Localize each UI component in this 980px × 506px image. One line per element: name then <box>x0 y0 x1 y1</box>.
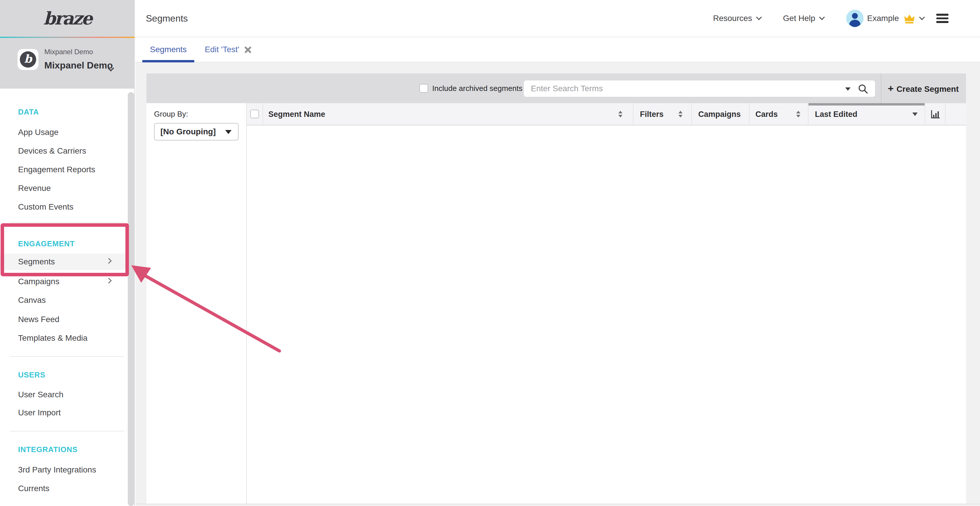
sidebar-item-campaigns[interactable]: Campaigns <box>0 272 127 291</box>
avatar <box>846 10 864 27</box>
column-cards[interactable]: Cards <box>756 103 778 125</box>
create-segment-button[interactable]: +Create Segment <box>888 73 959 103</box>
tab-edit-test[interactable]: Edit 'Test' <box>197 37 259 62</box>
column-campaigns[interactable]: Campaigns <box>698 103 741 125</box>
chevron-right-icon <box>106 278 112 284</box>
sidebar-item-app-usage[interactable]: App Usage <box>0 123 127 142</box>
get-help-label: Get Help <box>783 14 816 23</box>
group-by-label: Group By: <box>154 109 188 119</box>
chevron-down-icon <box>756 14 762 20</box>
sort-icon-filters[interactable] <box>678 111 682 117</box>
workspace-name: Mixpanel Demo <box>45 60 113 71</box>
column-filters[interactable]: Filters <box>640 103 663 125</box>
sidebar-item-user-import[interactable]: User Import <box>0 403 127 422</box>
select-all-checkbox[interactable] <box>250 109 259 118</box>
chevron-right-icon <box>106 258 112 264</box>
group-by-select[interactable]: [No Grouping] <box>154 123 239 141</box>
sidebar-item-devices-carriers[interactable]: Devices & Carriers <box>0 142 127 160</box>
tab-label: Segments <box>150 38 187 61</box>
user-name: Example <box>867 14 899 23</box>
search-field-wrap <box>524 81 875 97</box>
create-segment-label: Create Segment <box>897 84 959 94</box>
workspace-selector[interactable]: b Mixpanel Demo Mixpanel Demo <box>0 38 135 89</box>
chevron-down-icon <box>819 14 825 20</box>
close-icon[interactable] <box>244 46 251 53</box>
resources-label: Resources <box>713 14 752 23</box>
plus-icon: + <box>888 83 894 94</box>
braze-logo: braze <box>43 8 92 29</box>
caret-down-icon <box>225 130 232 134</box>
hamburger-menu-icon[interactable] <box>936 14 948 23</box>
workspace-app-icon: b <box>18 49 38 70</box>
segments-table-body <box>247 126 966 504</box>
app-icon-letter: b <box>24 53 32 64</box>
toolbar-divider <box>881 73 881 103</box>
resources-menu[interactable]: Resources <box>713 14 761 23</box>
sidebar-item-revenue[interactable]: Revenue <box>0 179 127 198</box>
segments-table-header: Segment Name Filters Campaigns Cards Las… <box>247 103 966 125</box>
include-archived-label: Include archived segments <box>432 73 522 103</box>
sidebar-item-3rd-party-integrations[interactable]: 3rd Party Integrations <box>0 460 127 479</box>
panel-bottom-border <box>135 504 980 504</box>
sidebar-divider <box>10 431 124 431</box>
segments-toolbar: Include archived segments +Create Segmen… <box>146 73 966 103</box>
sort-desc-icon[interactable] <box>912 113 918 116</box>
sidebar: braze b Mixpanel Demo Mixpanel Demo DATA… <box>0 0 135 506</box>
chevron-down-icon <box>919 14 925 20</box>
braze-dashboard: braze b Mixpanel Demo Mixpanel Demo DATA… <box>0 0 980 506</box>
sidebar-scrollbar[interactable] <box>128 92 134 506</box>
logo-block: braze <box>0 0 135 37</box>
tab-bar: Segments Edit 'Test' <box>135 37 980 62</box>
page-title: Segments <box>146 0 188 37</box>
column-segment-name[interactable]: Segment Name <box>268 103 325 125</box>
sidebar-divider <box>10 356 124 357</box>
group-by-panel: Group By: [No Grouping] <box>146 103 247 504</box>
sidebar-item-label: Segments <box>18 257 55 266</box>
get-help-menu[interactable]: Get Help <box>783 14 824 23</box>
sidebar-section-users: USERS <box>18 369 46 381</box>
sidebar-section-data: DATA <box>18 106 39 118</box>
content-area: Include archived segments +Create Segmen… <box>135 62 980 506</box>
sidebar-item-canvas[interactable]: Canvas <box>0 291 127 309</box>
sidebar-item-news-feed[interactable]: News Feed <box>0 310 127 329</box>
search-dropdown-caret-icon[interactable] <box>845 87 851 90</box>
column-last-edited[interactable]: Last Edited <box>815 103 858 125</box>
sidebar-section-integrations: INTEGRATIONS <box>18 444 78 455</box>
sidebar-item-engagement-reports[interactable]: Engagement Reports <box>0 160 127 179</box>
sidebar-item-custom-events[interactable]: Custom Events <box>0 198 127 216</box>
header-nav: Resources Get Help Example <box>713 0 948 37</box>
app-header: Segments Resources Get Help <box>135 0 980 37</box>
sidebar-item-templates-media[interactable]: Templates & Media <box>0 329 127 347</box>
search-input[interactable] <box>524 81 875 97</box>
crown-icon <box>904 14 915 24</box>
sidebar-item-currents[interactable]: Currents <box>0 479 127 498</box>
sidebar-item-segments[interactable]: Segments <box>0 254 127 270</box>
workspace-label: Mixpanel Demo <box>45 48 93 56</box>
sidebar-item-user-search[interactable]: User Search <box>0 385 127 404</box>
tab-label: Edit 'Test' <box>205 38 239 61</box>
group-by-value: [No Grouping] <box>161 127 216 136</box>
analytics-chart-icon[interactable] <box>931 109 940 121</box>
sort-icon-segment-name[interactable] <box>618 111 622 117</box>
include-archived-checkbox[interactable] <box>419 84 428 93</box>
search-icon[interactable] <box>858 84 868 96</box>
sort-icon-cards[interactable] <box>796 111 800 117</box>
tab-segments[interactable]: Segments <box>142 37 194 62</box>
sidebar-divider <box>10 222 124 223</box>
sidebar-section-engagement: ENGAGEMENT <box>18 238 75 249</box>
user-menu[interactable]: Example <box>846 10 924 27</box>
sidebar-item-label: Campaigns <box>18 277 59 286</box>
